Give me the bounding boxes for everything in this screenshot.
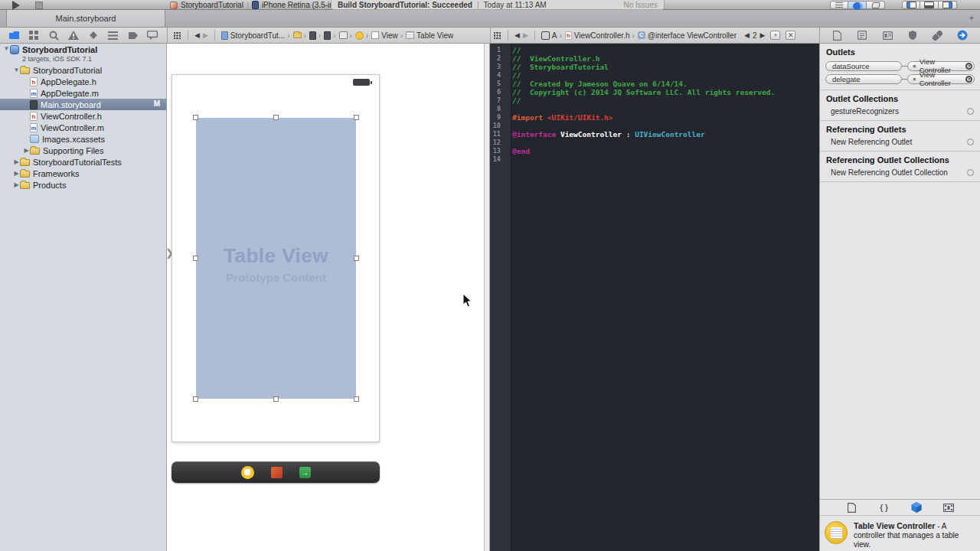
tree-row-main-storyboard[interactable]: Main.storyboardM — [0, 99, 166, 110]
code-line[interactable]: 9#import <UIKit/UIKit.h> — [490, 113, 819, 122]
connection-target-pill[interactable]: ×View Controller — [907, 61, 975, 71]
connection-well-empty[interactable] — [967, 169, 974, 176]
issue-navigator-icon[interactable] — [67, 30, 80, 41]
code-line[interactable]: 13@end — [490, 147, 819, 155]
file-inspector-icon[interactable] — [830, 29, 845, 41]
tree-row-project[interactable]: ▼StoryboardTutorial2 targets, iOS SDK 7.… — [0, 45, 166, 64]
attributes-inspector-icon[interactable] — [905, 29, 920, 41]
toggle-navigator-button[interactable] — [902, 1, 920, 9]
run-button[interactable] — [12, 1, 20, 10]
code-line[interactable]: 5// Created by Jameson Quave on 6/14/14. — [490, 80, 819, 88]
jump-bar-crumb[interactable] — [333, 31, 347, 40]
code-line[interactable]: 4// — [490, 71, 819, 80]
tree-row-viewcontroller-m[interactable]: mViewController.m — [0, 122, 166, 133]
jump-bar-crumb[interactable]: StoryboardTut... — [221, 31, 285, 40]
jump-bar-crumb[interactable]: Table View — [400, 31, 454, 40]
library-item-table-view-controller[interactable]: Table View Controller - A controller tha… — [820, 516, 980, 551]
code-line[interactable]: 12 — [490, 139, 819, 147]
next-counterpart-button[interactable]: ▶ — [760, 31, 765, 39]
table-view-object[interactable]: Table View Prototype Content — [196, 118, 356, 399]
scheme-project[interactable]: StoryboardTutorial — [181, 1, 243, 9]
related-items-icon[interactable] — [173, 31, 181, 40]
resize-handle[interactable] — [193, 115, 198, 120]
disclosure-triangle-icon[interactable]: ▼ — [13, 67, 20, 73]
code-line[interactable]: 10 — [490, 122, 819, 130]
related-items-icon[interactable] — [493, 31, 501, 40]
stop-button[interactable] — [35, 2, 43, 9]
code-line[interactable]: 1// — [490, 46, 819, 54]
jump-bar-crumb[interactable] — [304, 31, 316, 40]
resize-handle[interactable] — [193, 396, 198, 402]
code-line[interactable]: 14 — [490, 155, 819, 164]
object-library-icon[interactable] — [910, 501, 923, 514]
connection-well-filled[interactable] — [965, 76, 972, 83]
identity-inspector-icon[interactable] — [880, 29, 895, 41]
size-inspector-icon[interactable] — [930, 29, 946, 41]
breakpoint-navigator-icon[interactable] — [126, 30, 139, 41]
project-navigator-icon[interactable] — [8, 30, 21, 41]
tree-row-supporting-files[interactable]: ▶Supporting Files — [0, 145, 166, 156]
jump-bar-crumb[interactable]: C@interface ViewController — [632, 31, 737, 40]
resize-handle[interactable] — [354, 396, 359, 402]
code-line[interactable]: 2// ViewController.h — [490, 54, 819, 63]
connection-target-pill[interactable]: ×View Controller — [907, 74, 975, 84]
jump-bar-crumb[interactable] — [287, 31, 301, 40]
outlet-pill[interactable]: delegate — [825, 74, 902, 84]
code-snippet-icon[interactable]: { } — [877, 501, 891, 514]
connections-inspector-icon[interactable] — [955, 29, 970, 41]
resize-handle[interactable] — [193, 256, 198, 261]
tree-row-viewcontroller-h[interactable]: hViewController.h — [0, 110, 166, 122]
prev-counterpart-button[interactable]: ◀ — [744, 31, 750, 39]
disconnect-icon[interactable]: × — [913, 76, 916, 83]
resize-handle[interactable] — [273, 115, 279, 120]
exit-icon[interactable]: → — [299, 467, 311, 478]
version-editor-button[interactable] — [867, 1, 885, 9]
disclosure-triangle-icon[interactable]: ▶ — [13, 181, 20, 188]
forward-button[interactable]: ▶ — [523, 31, 528, 39]
resize-handle[interactable] — [354, 256, 359, 261]
tree-row-appdelegate-m[interactable]: mAppDelegate.m — [0, 87, 166, 99]
connection-well-empty[interactable] — [967, 108, 974, 115]
back-button[interactable]: ◀ — [514, 31, 520, 39]
code-line[interactable]: 6// Copyright (c) 2014 JQ Software LLC. … — [490, 88, 819, 96]
connection-well-filled[interactable] — [965, 63, 972, 70]
resize-handle[interactable] — [273, 396, 279, 402]
view-controller-icon[interactable] — [241, 466, 254, 479]
jump-bar-crumb[interactable] — [350, 31, 364, 40]
source-editor[interactable]: 1//2// ViewController.h3// StoryboardTut… — [490, 44, 819, 551]
search-navigator-icon[interactable] — [47, 30, 60, 41]
debug-navigator-icon[interactable] — [106, 30, 119, 41]
standard-editor-button[interactable] — [830, 1, 848, 9]
canvas-scrollbar[interactable] — [484, 44, 490, 551]
tree-row-storyboardtutorial[interactable]: ▼StoryboardTutorial — [0, 64, 166, 76]
jump-bar-crumb[interactable]: A — [541, 31, 557, 40]
tree-row-frameworks[interactable]: ▶Frameworks — [0, 168, 166, 179]
media-library-icon[interactable] — [942, 501, 956, 514]
disclosure-triangle-icon[interactable]: ▶ — [13, 170, 20, 177]
jump-bar-crumb[interactable] — [318, 31, 331, 40]
quick-help-icon[interactable] — [854, 29, 870, 41]
code-line[interactable]: 8 — [490, 105, 819, 113]
tab-main-storyboard[interactable]: Main.storyboard — [6, 10, 165, 28]
assistant-editor-button[interactable] — [848, 1, 867, 9]
file-template-icon[interactable] — [845, 501, 859, 514]
add-assistant-editor-button[interactable]: + — [770, 31, 780, 40]
first-responder-icon[interactable] — [271, 467, 283, 478]
forward-button[interactable]: ▶ — [203, 31, 208, 39]
disconnect-icon[interactable]: × — [913, 63, 916, 70]
log-navigator-icon[interactable] — [146, 30, 159, 41]
toggle-debug-area-button[interactable] — [920, 1, 939, 9]
interface-builder-canvas[interactable]: ❯ Table View Prototype Content → — [167, 44, 484, 551]
view-controller-scene[interactable]: Table View Prototype Content — [172, 74, 380, 442]
scheme-selector[interactable]: StoryboardTutorial 〉 iPhone Retina (3.5-… — [170, 0, 345, 10]
code-line[interactable]: 11@interface ViewController : UIViewCont… — [490, 130, 819, 139]
add-tab-button[interactable]: + — [966, 13, 977, 24]
outlet-pill[interactable]: dataSource — [825, 61, 902, 71]
back-button[interactable]: ◀ — [194, 31, 200, 39]
disclosure-triangle-icon[interactable]: ▼ — [3, 45, 10, 52]
toggle-utilities-button[interactable] — [939, 1, 957, 9]
test-navigator-icon[interactable] — [87, 30, 100, 41]
code-line[interactable]: 7// — [490, 96, 819, 105]
disclosure-triangle-icon[interactable]: ▶ — [13, 158, 20, 165]
symbol-navigator-icon[interactable] — [28, 30, 41, 41]
